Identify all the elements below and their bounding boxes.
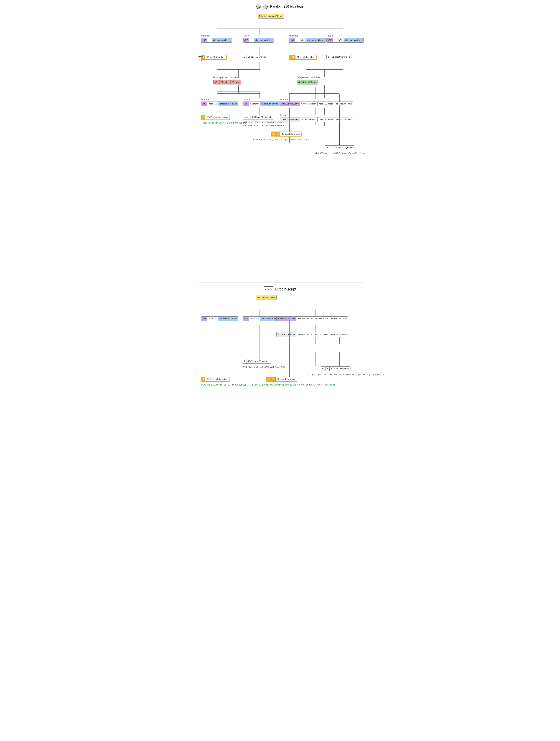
tb1-addr-value: tb1qw508d6qejxtdg4W5r3zarvary0c5xw7kxpjz… [313, 151, 365, 154]
wif-testnet2: c 51 base58 symbols [326, 55, 352, 59]
bitcoin-script-header: </> Bitcoin script [198, 286, 362, 292]
section-separator [198, 282, 362, 283]
testnet-addr-value: n15DJ7nGF2f3hKicD1HbCNgRVUVut34d6C musf8… [243, 120, 284, 127]
bs-bc1-addr-value: bc1qrp33g0q5c5txsp9arysrx4k6zdkfs4nce4xj… [252, 383, 335, 386]
tb1-bech32-box: tb 1 39 base32 symbols [325, 145, 355, 150]
bitcoin-script-title: Bitcoin script [275, 287, 296, 291]
testnet1-bytes: xEF ... checksum 4 bytes [243, 38, 274, 43]
mainnet-addr-value: 15szEBeJj9JtiGnKyP4bGwMLxzzV7y8UhL [201, 121, 247, 124]
pk-bytes-box: Private key raw 32 bytes [258, 14, 284, 18]
pk-cell: Private key raw 32 bytes [258, 14, 284, 18]
bs-tb1-box: tb 1 59 base32 symbols [321, 366, 351, 371]
testnet-addr-wif: n/m 25-33 base58 symbols [243, 115, 273, 120]
testnet2-label: Testnet [326, 34, 334, 37]
mainnet1-label: Mainnet [201, 34, 210, 37]
wif-format-label: WIFformat [198, 56, 205, 62]
testnet-bech32-label: Testnet [280, 114, 287, 117]
testnet-addr-label: Testnet [243, 98, 250, 101]
testnet-addr-bytes: x6F hash160 checksum 4 bytes [243, 102, 280, 106]
comp-pubkey-box: x02/x03 32 bytes [297, 80, 318, 84]
page-header: 🎲 🎲 Random 256 bit integer [198, 4, 362, 9]
wif-diagram: Private key raw 32 bytes Mainnet x80 ...… [198, 14, 362, 277]
private-key-box: Private key raw 32 bytes [258, 14, 284, 18]
mainnet1-bytes: x80 ... checksum 4 bytes [201, 38, 232, 43]
bs-x05-bytes: x05 hash160 checksum 4 bytes [201, 317, 238, 321]
bs-tb1-addr-value: tb1qrp33g0q5c5txsp9arysrx4k6zdkfs4nce4xj… [308, 373, 384, 376]
uncomp-pubkey-label: Uncompressed public key [213, 76, 239, 79]
bitcoin-script-bytes-box: Bitcoin script bytes [256, 295, 277, 300]
wif-mainnet2: L/K 51 base58 symbols [289, 55, 317, 60]
testnet-bech32-bytes: x03x03x00x14x02 witness version hash160 … [280, 117, 353, 122]
dice-icon: 🎲 🎲 [255, 4, 268, 9]
bs-bc1-box: bc 1 59 base32 symbols [266, 377, 297, 382]
bitcoin-script-diagram: Bitcoin script bytes x05 hash160 checksu… [198, 295, 362, 518]
testnet1-label: Testnet [243, 34, 250, 37]
mainnet-addr-label: Mainnet [201, 98, 209, 101]
bs-xC4-bytes: xC4 hash160 checksum 4 bytes [243, 317, 280, 321]
testnet2-bytes: xEF ... x01 checksum 4 bytes [326, 38, 364, 43]
comp-pubkey-label: Compressed public key [297, 76, 320, 79]
mainnet-bech32-bytes: x03x03x00x02x03 witness version hash160 … [280, 102, 353, 106]
mainnet-addr-wif: 1 25-33 base58 symbols [201, 115, 230, 120]
mainnet-bech32-label: Mainnet [280, 98, 289, 101]
bs-3addr-box: 3 25-33 base58 symbols [201, 377, 230, 382]
mainnet-addr-bytes: x00 hash160 checksum 4 bytes [201, 102, 238, 106]
bs-2addr-value: 2Mu8y4mm4oF78yppDbUAAEwyBEPezrx7CLh [243, 365, 286, 368]
mainnet2-bytes: x80 ... x01 checksum 4 bytes [289, 38, 326, 43]
bs-3addr-value: 3CXaV43aC2AWL63HrcPTz1jmdpGDNyUwjp [201, 383, 247, 386]
page-title: Random 256 bit integer [270, 5, 305, 8]
bc1-bech32-box: bc 1 39 base32 symbols [271, 132, 302, 137]
uncomp-pubkey-box: x04 32 bytes 32 bytes [213, 80, 242, 84]
bc1-addr-value: bc1q6dsxtawvwsy33qgw74rjppu9z6dngnq8tegg… [253, 138, 309, 141]
script-icon: </> [264, 286, 274, 292]
bs-2addr-box: 2 25-33 base58 symbols [243, 359, 271, 364]
bs-testnet-bech32-bytes: x03x03x00x14x02 witness version sha256 b… [276, 332, 348, 337]
mainnet2-label: Mainnet [289, 34, 298, 37]
wif-testnet1: 9 50 base58 symbols [243, 55, 268, 59]
bs-mainnet-bech32-bytes: x03x03x00x02x03 witness version sha256 b… [276, 317, 348, 321]
